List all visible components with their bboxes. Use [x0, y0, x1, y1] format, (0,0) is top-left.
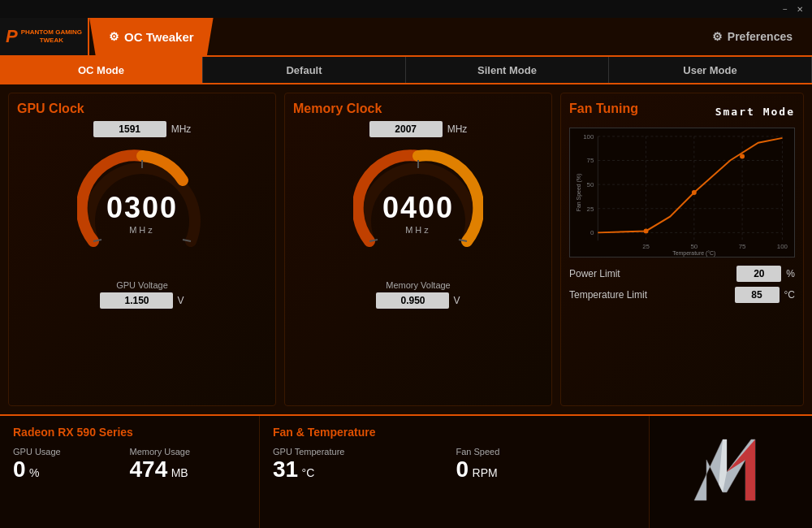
fan-chart: 0 25 50 75 100 25 50 75 100 Fan Speed (%… [569, 128, 795, 258]
oc-tweaker-icon: ⚙ [109, 30, 119, 43]
mode-tab-silent[interactable]: Silent Mode [406, 57, 609, 83]
temp-limit-row: Temperature Limit °C [569, 287, 795, 303]
gpu-voltage-row: GPU Voltage V [100, 280, 184, 309]
bottom-logo [650, 416, 812, 528]
phantom-gaming-logo [682, 431, 780, 513]
power-limit-unit: % [786, 268, 795, 279]
gpu-mhz-unit: MHz [171, 123, 192, 135]
gpu-usage-value: 0 [13, 457, 26, 482]
fan-tuning-panel: Fan Tuning Smart Mode 0 25 50 [560, 93, 804, 406]
memory-mhz-input[interactable] [369, 121, 443, 137]
gpu-temp-unit: °C [302, 466, 315, 479]
gpu-usage-unit: % [29, 466, 39, 479]
gpu-dial-number: 0300 [106, 191, 178, 225]
gpu-dial-unit: MHz [106, 225, 178, 235]
mode-tab-default[interactable]: Default [203, 57, 406, 83]
gpu-usage-section: GPU Usage 0 % [13, 447, 130, 483]
svg-text:50: 50 [587, 181, 594, 188]
fan-tuning-title: Fan Tuning [569, 102, 638, 116]
gpu-info-panel: Radeon RX 590 Series GPU Usage 0 % Memor… [0, 416, 260, 528]
svg-text:75: 75 [739, 243, 746, 250]
memory-clock-panel: Memory Clock MHz 0400 MHz Memory Voltage [284, 93, 552, 406]
fan-speed-label: Fan Speed [456, 447, 637, 457]
mode-tab-oc[interactable]: OC Mode [0, 57, 203, 83]
memory-dial-number: 0400 [382, 191, 454, 225]
gpu-usage-value-row: 0 % [13, 457, 130, 483]
memory-voltage-input[interactable] [376, 292, 449, 309]
fan-temp-title: Fan & Temperature [273, 426, 636, 439]
logo-pg-icon: P [6, 26, 18, 47]
preferences-icon: ⚙ [712, 30, 723, 43]
fan-panel-header: Fan Tuning Smart Mode [569, 102, 795, 121]
gpu-clock-panel: GPU Clock MHz 0300 MHz G [8, 93, 276, 406]
logo-area: P PHANTOM GAMING TWEAK [0, 18, 89, 55]
gpu-voltage-label: GPU Voltage [116, 280, 168, 290]
memory-dial-unit: MHz [382, 225, 454, 235]
svg-point-29 [740, 154, 745, 159]
gpu-gauge: 0300 MHz [77, 144, 207, 274]
svg-text:50: 50 [690, 243, 698, 250]
svg-text:Temperature (°C): Temperature (°C) [672, 250, 715, 257]
memory-usage-section: Memory Usage 474 MB [130, 447, 247, 483]
gpu-temp-value: 31 [273, 457, 298, 482]
fan-temp-panel: Fan & Temperature GPU Temperature 31 °C … [260, 416, 650, 528]
main-content: GPU Clock MHz 0300 MHz G [0, 84, 812, 414]
svg-text:0: 0 [590, 229, 594, 236]
power-limit-row: Power Limit % [569, 266, 795, 282]
memory-mhz-row: MHz [369, 121, 468, 137]
fan-stats-grid: GPU Temperature 31 °C Fan Speed 0 RPM [273, 447, 636, 483]
temp-limit-unit: °C [784, 289, 795, 301]
memory-usage-value: 474 [130, 457, 168, 482]
tab-oc-tweaker-label: OC Tweaker [124, 30, 194, 44]
gpu-mhz-row: MHz [93, 121, 192, 137]
gpu-mhz-input[interactable] [93, 121, 166, 137]
stats-grid: GPU Usage 0 % Memory Usage 474 MB [13, 447, 246, 483]
memory-clock-title: Memory Clock [293, 102, 382, 116]
svg-text:Fan Speed (%): Fan Speed (%) [576, 174, 582, 211]
svg-text:25: 25 [587, 206, 594, 213]
mode-tabs: OC Mode Default Silent Mode User Mode [0, 57, 812, 84]
memory-usage-label: Memory Usage [130, 447, 247, 457]
header: P PHANTOM GAMING TWEAK ⚙ OC Tweaker ⚙ Pr… [0, 18, 812, 57]
memory-usage-value-row: 474 MB [130, 457, 247, 483]
temp-limit-input[interactable] [735, 287, 780, 303]
logo-line2: TWEAK [21, 37, 82, 45]
gpu-temp-section: GPU Temperature 31 °C [273, 447, 453, 483]
minimize-button[interactable]: − [780, 3, 791, 15]
fan-speed-value: 0 [456, 457, 469, 482]
memory-voltage-label: Memory Voltage [386, 280, 450, 290]
memory-mhz-unit: MHz [447, 123, 468, 135]
power-limit-input[interactable] [736, 266, 781, 282]
svg-point-28 [692, 190, 697, 195]
mode-tab-user[interactable]: User Mode [609, 57, 812, 83]
gpu-usage-label: GPU Usage [13, 447, 130, 457]
tab-oc-tweaker[interactable]: ⚙ OC Tweaker [89, 18, 214, 55]
temp-limit-label: Temperature Limit [569, 289, 730, 301]
memory-gauge: 0400 MHz [353, 144, 483, 274]
memory-usage-unit: MB [171, 466, 188, 479]
close-button[interactable]: ✕ [794, 3, 806, 15]
memory-voltage-row: Memory Voltage V [376, 280, 460, 309]
gpu-voltage-unit: V [177, 295, 184, 306]
fan-speed-unit: RPM [473, 466, 498, 479]
svg-text:100: 100 [583, 133, 594, 141]
svg-text:100: 100 [777, 243, 788, 250]
gpu-temp-label: GPU Temperature [273, 447, 453, 457]
nav-tabs: ⚙ OC Tweaker ⚙ Preferences [89, 18, 812, 55]
fan-speed-section: Fan Speed 0 RPM [456, 447, 637, 483]
gpu-voltage-input[interactable] [100, 292, 173, 309]
svg-text:25: 25 [642, 243, 650, 250]
gpu-name: Radeon RX 590 Series [13, 426, 246, 439]
gpu-gauge-value: 0300 MHz [106, 191, 178, 235]
smart-mode-label: Smart Mode [715, 106, 795, 118]
bottom-bar: Radeon RX 590 Series GPU Usage 0 % Memor… [0, 414, 812, 528]
logo-line1: PHANTOM GAMING [21, 28, 82, 37]
fan-chart-svg: 0 25 50 75 100 25 50 75 100 Fan Speed (%… [570, 128, 794, 257]
tab-preferences-label: Preferences [728, 30, 793, 43]
memory-voltage-unit: V [453, 295, 460, 306]
svg-point-27 [644, 228, 649, 233]
gpu-clock-title: GPU Clock [17, 102, 84, 116]
titlebar: − ✕ [0, 0, 812, 18]
power-limit-label: Power Limit [569, 268, 732, 279]
tab-preferences[interactable]: ⚙ Preferences [693, 18, 812, 55]
